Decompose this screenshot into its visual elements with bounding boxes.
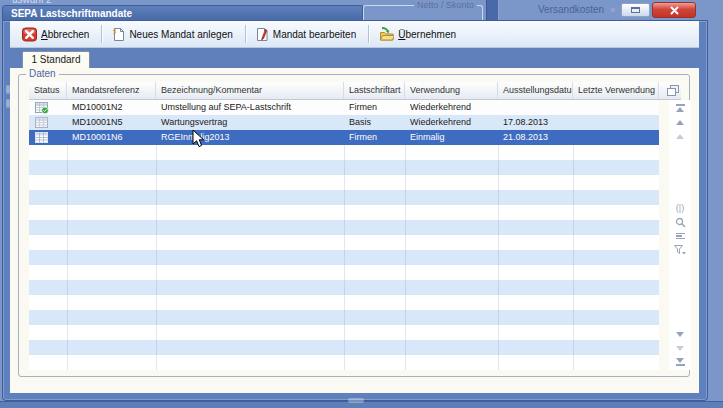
table-row[interactable]: MD10001N5 Wartungsvertrag Basis Wiederke… [29,115,659,130]
last-row-button[interactable] [676,356,685,368]
bezeichnung-cell: Wartungsvertrag [156,115,344,130]
first-row-button[interactable] [676,102,685,114]
gridline [498,145,499,370]
search-button[interactable] [675,216,686,228]
close-icon [670,6,679,15]
table-row[interactable]: MD10001N2 Umstellung auf SEPA-Lastschrif… [29,100,659,115]
lastschriftart-cell: Firmen [344,100,405,115]
letzte-verwendung-cell [573,115,659,130]
column-header-verwendung[interactable]: Verwendung [405,82,498,99]
toolbar-separator [245,25,246,43]
versandkosten-label: Versandkosten [538,4,604,15]
bezeichnung-cell: RGEInmalig2013 [156,130,344,145]
uebernehmen-label: Übernehmen [398,29,456,40]
apply-icon [378,27,394,42]
filter-icon [674,245,686,256]
row-down-button[interactable] [676,328,684,340]
abbrechen-button[interactable]: Abbrechen [16,25,98,44]
page-down-button[interactable] [676,342,684,354]
filter-button[interactable] [674,244,686,256]
column-header-ausstellungsdatum[interactable]: Ausstellungsdatum [498,82,573,99]
letzte-verwendung-cell [573,100,659,115]
ausstellungsdatum-cell [498,100,573,115]
column-header-status[interactable]: Status [29,82,67,99]
window-body: Abbrechen Neues Mandat anlegen [10,21,699,393]
gridline [405,145,406,370]
status-cell [29,100,67,115]
new-mandate-icon [111,27,125,42]
toolbar: Abbrechen Neues Mandat anlegen [10,21,699,48]
page-up-button[interactable] [676,130,684,142]
gridline [156,145,157,370]
search-icon [675,217,686,228]
ausstellungsdatum-cell: 21.08.2013 [498,130,573,145]
daten-groupbox: Daten Status Mandatsreferenz Bezeichnung… [18,74,690,377]
lastschriftart-cell: Basis [344,115,405,130]
uebernehmen-button[interactable]: Übernehmen [372,25,465,44]
verwendung-cell: Wiederkehrend [405,100,498,115]
edit-mandate-icon [255,27,269,42]
status-cell [29,130,67,145]
mouse-cursor [192,129,206,149]
restore-window-button[interactable] [621,3,650,17]
sum-button[interactable] [676,230,685,242]
neues-mandat-anlegen-button[interactable]: Neues Mandat anlegen [105,25,241,44]
tab-1-standard[interactable]: 1 Standard [22,51,90,68]
abbrechen-label: Abbrechen [41,29,89,40]
toolbar-separator [368,25,369,43]
background-divider [486,0,499,20]
screen: uswahl 2 Netto / Skonto Versandkosten SE… [0,0,723,408]
mandate-active-icon [35,102,49,114]
gridline [344,145,345,370]
verwendung-cell: Wiederkehrend [405,115,498,130]
mandat-bearbeiten-label: Mandat bearbeiten [273,29,356,40]
window-frame: Abbrechen Neues Mandat anlegen [2,20,708,401]
column-header-mandatsreferenz[interactable]: Mandatsreferenz [67,82,156,99]
mandatsreferenz-cell: MD10001N6 [67,130,156,145]
bezeichnung-cell: Umstellung auf SEPA-Lastschrift [156,100,344,115]
close-window-button[interactable] [652,2,696,18]
ausstellungsdatum-cell: 17.08.2013 [498,115,573,130]
column-width-button[interactable]: (|) [676,202,684,214]
verwendung-cell: Einmalig [405,130,498,145]
grid-navigator-body: (|) [669,100,691,370]
row-up-button[interactable] [676,116,684,128]
letzte-verwendung-cell [573,130,659,145]
cancel-icon [22,27,37,42]
content-panel: Daten Status Mandatsreferenz Bezeichnung… [10,68,699,393]
netto-skonto-label: Netto / Skonto [414,0,477,10]
status-cell [29,115,67,130]
table-row-selected[interactable]: MD10001N6 RGEInmalig2013 Firmen Einmalig… [29,130,659,145]
column-header-bezeichnung[interactable]: Bezeichnung/Kommentar [156,82,344,99]
toolbar-separator [101,25,102,43]
window-titlebar[interactable]: SEPA Lastschriftmandate [2,5,363,21]
lastschriftart-cell: Firmen [344,130,405,145]
grid-navigator: (|) [669,82,691,370]
sum-icon [676,233,685,240]
restore-icon [631,7,640,13]
mandate-table: Status Mandatsreferenz Bezeichnung/Komme… [29,82,681,370]
mandat-bearbeiten-button[interactable]: Mandat bearbeiten [249,25,365,44]
resize-grip[interactable] [348,398,364,403]
gridline [573,145,574,370]
mandate-icon [35,117,49,129]
table-header-row: Status Mandatsreferenz Bezeichnung/Komme… [29,82,681,100]
window-title: SEPA Lastschriftmandate [11,8,132,19]
column-header-letzte-verwendung[interactable]: Letzte Verwendung [573,82,659,99]
tab-strip: 1 Standard [10,48,699,68]
mandate-icon [35,132,49,144]
pin-dot-icon [611,8,615,12]
daten-label: Daten [26,68,59,79]
mandatsreferenz-cell: MD10001N5 [67,115,156,130]
mandatsreferenz-cell: MD10001N2 [67,100,156,115]
gridline [67,145,68,370]
table-body: MD10001N2 Umstellung auf SEPA-Lastschrif… [29,100,659,370]
neues-mandat-anlegen-label: Neues Mandat anlegen [129,29,232,40]
column-header-lastschriftart[interactable]: Lastschriftart [344,82,405,99]
